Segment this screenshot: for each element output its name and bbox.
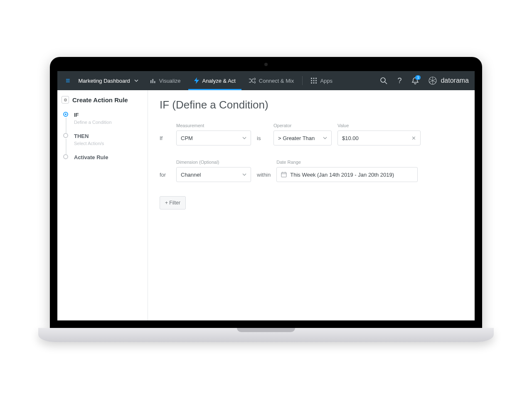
svg-rect-4 [313,78,315,79]
top-nav: ≡ Marketing Dashboard Visualize Analyze … [57,71,475,90]
nav-label: Connect & Mix [259,78,294,84]
keyword-if: If [160,135,170,145]
keyword-within: within [257,172,271,182]
search-icon[interactable] [377,74,391,88]
step-then[interactable]: THEN Select Action/s [65,131,142,152]
svg-rect-11 [315,82,317,84]
nav-visualize[interactable]: Visualize [144,71,187,90]
value-text: $10.00 [342,135,359,141]
nav-connect-mix[interactable]: Connect & Mix [243,71,300,90]
sidebar-title: Create Action Rule [72,96,128,103]
step-sublabel: Select Action/s [74,141,142,146]
nav-apps[interactable]: Apps [305,71,338,90]
rule-icon: ⚙ [62,96,69,103]
svg-rect-15 [281,172,286,177]
svg-rect-3 [311,78,312,79]
nav-divider [302,76,303,85]
measurement-value: CPM [181,135,193,141]
daterange-label: Date Range [276,160,418,165]
svg-rect-9 [311,82,312,84]
dimension-value: Channel [181,172,201,178]
value-input[interactable]: $10.00 ✕ [337,131,421,145]
menu-icon[interactable]: ≡ [63,76,73,85]
step-activate[interactable]: Activate Rule [65,152,142,166]
chevron-down-icon [242,172,246,178]
svg-line-13 [385,82,387,84]
svg-rect-7 [313,80,315,81]
dashboard-dropdown[interactable]: Marketing Dashboard [74,78,143,84]
step-bullet-icon [63,133,68,138]
keyword-is: is [257,135,268,145]
svg-rect-5 [315,78,317,79]
operator-value: > Greater Than [278,135,315,141]
help-icon[interactable]: ? [392,74,406,88]
chevron-down-icon [323,135,327,141]
svg-rect-2 [154,81,155,83]
page-title: IF (Define a Condition) [160,99,463,111]
step-if[interactable]: IF Define a Condition [65,109,142,131]
sidebar: ⚙ Create Action Rule IF Define a Conditi… [57,90,148,320]
condition-row-1: If Measurement CPM is [160,123,463,145]
chevron-down-icon [134,79,138,83]
step-label: IF [74,112,142,118]
bolt-icon [194,77,199,84]
operator-select[interactable]: > Greater Than [273,131,332,145]
nav-analyze-act[interactable]: Analyze & Act [188,71,241,90]
add-filter-label: + Filter [165,200,180,206]
add-filter-button[interactable]: + Filter [160,196,186,209]
keyword-for: for [160,172,170,182]
step-label: Activate Rule [74,154,142,160]
shuffle-icon [249,78,256,84]
dimension-label: Dimension (Optional) [176,160,251,165]
value-label: Value [337,123,421,128]
brand-name: datorama [441,77,469,84]
laptop-base [38,328,494,342]
apps-grid-icon [311,78,317,84]
svg-rect-8 [315,80,317,81]
operator-label: Operator [273,123,332,128]
measurement-label: Measurement [176,123,251,128]
step-label: THEN [74,133,142,139]
notification-badge: 1 [415,75,421,80]
main-panel: IF (Define a Condition) If Measurement C… [148,90,475,320]
step-sublabel: Define a Condition [74,120,142,125]
dashboard-name: Marketing Dashboard [79,78,130,84]
svg-point-12 [381,78,385,82]
datorama-mark-icon [428,76,437,85]
step-bullet-icon [63,112,68,117]
chevron-down-icon [242,135,246,141]
bar-chart-icon [150,78,156,84]
measurement-select[interactable]: CPM [176,131,251,145]
svg-rect-6 [311,80,312,81]
svg-rect-10 [313,82,315,84]
nav-label: Visualize [159,78,181,84]
step-bullet-icon [63,154,68,159]
nav-label: Analyze & Act [202,78,236,84]
calendar-icon [281,172,287,177]
clear-icon[interactable]: ✕ [411,135,416,141]
dimension-select[interactable]: Channel [176,167,251,182]
condition-row-2: for Dimension (Optional) Channel within [160,160,463,182]
app-window: ≡ Marketing Dashboard Visualize Analyze … [57,71,475,320]
notifications-icon[interactable]: 1 [408,74,422,88]
nav-label: Apps [320,78,332,84]
daterange-picker[interactable]: This Week (Jan 14th 2019 - Jan 20th 2019… [276,167,418,182]
svg-rect-1 [152,79,153,83]
daterange-value: This Week (Jan 14th 2019 - Jan 20th 2019… [290,172,394,178]
brand-logo: datorama [424,76,469,85]
svg-rect-0 [150,80,152,83]
